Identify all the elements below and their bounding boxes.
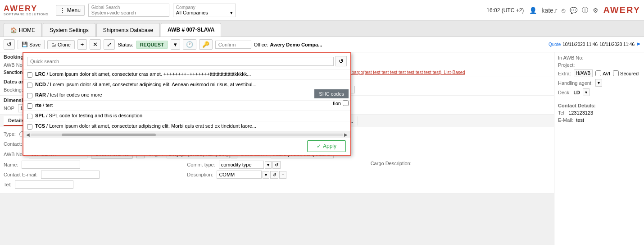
delete-button[interactable]: ✕ [90, 39, 101, 50]
add-button[interactable]: + [77, 39, 87, 50]
refresh-button[interactable]: ↺ [4, 39, 15, 50]
in-awb-label: In AWB No: [558, 55, 583, 60]
cargo-desc-label: Cargo Description: [371, 161, 412, 166]
quote-label: Quote [549, 42, 561, 47]
project-row: Project: [558, 62, 640, 68]
desc-refresh-btn[interactable]: ↺ [270, 171, 278, 179]
key-btn[interactable]: 🔑 [199, 39, 213, 50]
dropdown-item-3[interactable]: rte / tert [23, 101, 350, 111]
quick-search-input[interactable] [27, 57, 334, 66]
comm-type-arrow-btn[interactable]: ▾ [265, 161, 272, 169]
tab-shipments-database[interactable]: Shipments Database [96, 23, 160, 37]
hawb-btn[interactable]: H/AWB [574, 69, 593, 77]
time-display: 16:02 (UTC +2) [486, 7, 524, 14]
item-0-checkbox[interactable] [27, 72, 32, 78]
item-2-checkbox[interactable] [27, 93, 32, 98]
item-5-checkbox[interactable] [27, 124, 32, 129]
dropdown-refresh-btn[interactable]: ↺ [336, 56, 347, 66]
deck-row: Deck: LD ▾ [558, 88, 640, 96]
contact-details-area: Contact Details: Tel: 123123123 E-Mail: … [558, 100, 640, 123]
bottom-details: Name: Contact E-mail: Tel: [4, 161, 550, 190]
middle-details: Comm. type: ▾ ↺ Description: ▾ [187, 161, 367, 190]
secured-checkbox[interactable] [613, 70, 619, 76]
move-button[interactable]: ⤢ [104, 39, 115, 50]
search-input[interactable] [91, 10, 166, 15]
desc-input[interactable] [217, 171, 262, 179]
tab-awb[interactable]: AWB # 007-SLAVA [161, 23, 221, 37]
user-icon: 👤 [529, 7, 537, 14]
extra-row: Extra: H/AWB AVI Secured [558, 69, 640, 77]
dropdown-list: LRC / Lorem ipsum dolor sit amet, consec… [23, 69, 350, 132]
scroll-track[interactable] [31, 134, 343, 136]
tel-label: Tel: [4, 182, 11, 187]
tel-right-value: 123123123 [568, 110, 593, 116]
status-arrow-btn[interactable]: ▾ [171, 39, 180, 50]
desc-arrow-btn[interactable]: ▾ [263, 171, 269, 179]
dropdown-scrollbar[interactable]: ◀ ▶ [23, 132, 350, 137]
tab-home[interactable]: 🏠 HOME [4, 23, 42, 37]
name-input[interactable] [22, 161, 80, 169]
dropdown-item-5[interactable]: TCS / Lorem ipsum dolor sit amet, consec… [23, 121, 350, 132]
flag-icon: ⚑ [636, 42, 640, 47]
item-1-text: NCD / Lorem ipsum dolor sit amet, consec… [35, 82, 257, 87]
chevron-down-icon: ▾ [230, 10, 233, 16]
tion-row: tion [333, 100, 349, 106]
clock-btn[interactable]: 🕐 [183, 39, 196, 50]
dropdown-item-2[interactable]: RAR / test for codes one more [23, 90, 350, 101]
booking-date-label: Booking: [4, 87, 23, 92]
contact-details-title-row: Contact Details: [558, 103, 640, 108]
item-1-checkbox[interactable] [27, 83, 32, 88]
comm-type-refresh-btn[interactable]: ↺ [272, 161, 281, 169]
cargo-desc-row: Cargo Description: [371, 161, 550, 166]
tab-system-settings[interactable]: System Settings [43, 23, 95, 37]
office-area: Office: Awery Demo Compa... [254, 42, 322, 47]
company-selector[interactable]: Company All Companies ▾ [173, 4, 236, 17]
shc-codes-button[interactable]: SHC codes [314, 89, 349, 98]
scroll-left-arrow[interactable]: ◀ [25, 132, 31, 137]
desc-combo: ▾ ↺ + [217, 171, 286, 179]
extra-label: Extra: [558, 71, 571, 76]
tion-checkbox[interactable] [343, 100, 349, 106]
settings-icon[interactable]: ⚙ [593, 7, 599, 14]
in-awb-row: In AWB No: [558, 55, 640, 60]
clone-button[interactable]: 🗂 Clone [47, 40, 75, 49]
checkmark-icon: ✓ [317, 143, 321, 149]
item-3-checkbox[interactable] [27, 103, 32, 109]
menu-button[interactable]: ⋮ Menu [56, 5, 85, 16]
quote-area: Quote 10/11/2020 11:46 10/11/2020 11:46 … [549, 42, 640, 47]
apply-button[interactable]: ✓ Apply [307, 140, 346, 152]
info-icon[interactable]: ⓘ [582, 6, 588, 14]
chat-icon[interactable]: 💬 [570, 7, 577, 14]
awery-brand: AWERY [603, 5, 640, 15]
global-search-area: Global Search [88, 4, 169, 17]
dropdown-item-1[interactable]: NCD / Lorem ipsum dolor sit amet, consec… [23, 80, 350, 90]
deck-value: LD [573, 90, 580, 95]
scroll-thumb [62, 134, 155, 136]
logo-text: AWERY [4, 5, 37, 13]
desc-label: Description: [187, 172, 213, 177]
dropdown-header: ↺ [23, 53, 350, 69]
email-right-label: E-Mail: [558, 117, 573, 123]
confirm-input[interactable] [215, 41, 251, 49]
user-name: kate.r [541, 7, 557, 14]
save-button[interactable]: 💾 Save [18, 40, 45, 49]
dropdown-item-0[interactable]: LRC / Lorem ipsum dolor sit amet, consec… [23, 69, 350, 80]
sign-out-icon[interactable]: ⎋ [562, 7, 565, 14]
handling-agent-label: Handling agent: [558, 80, 593, 86]
tion-label: tion [333, 101, 341, 106]
avi-checkbox[interactable] [595, 70, 601, 76]
dropdown-item-4[interactable]: SPL / SPL code for testing and this is d… [23, 111, 350, 121]
secured-option[interactable]: Secured [613, 70, 639, 76]
comm-type-row: Comm. type: ▾ ↺ [187, 161, 367, 169]
contact-email-input[interactable] [41, 171, 100, 179]
left-details: Name: Contact E-mail: Tel: [4, 161, 183, 190]
handling-agent-arrow[interactable]: ▾ [595, 79, 602, 87]
scroll-right-arrow[interactable]: ▶ [343, 132, 349, 137]
contact-label: Contact: [4, 141, 22, 147]
tel-input[interactable] [15, 180, 73, 189]
deck-arrow[interactable]: ▾ [583, 88, 590, 96]
item-4-checkbox[interactable] [27, 114, 32, 119]
comm-type-input[interactable] [219, 161, 264, 169]
avi-option[interactable]: AVI [595, 70, 610, 76]
desc-add-btn[interactable]: + [279, 171, 286, 179]
